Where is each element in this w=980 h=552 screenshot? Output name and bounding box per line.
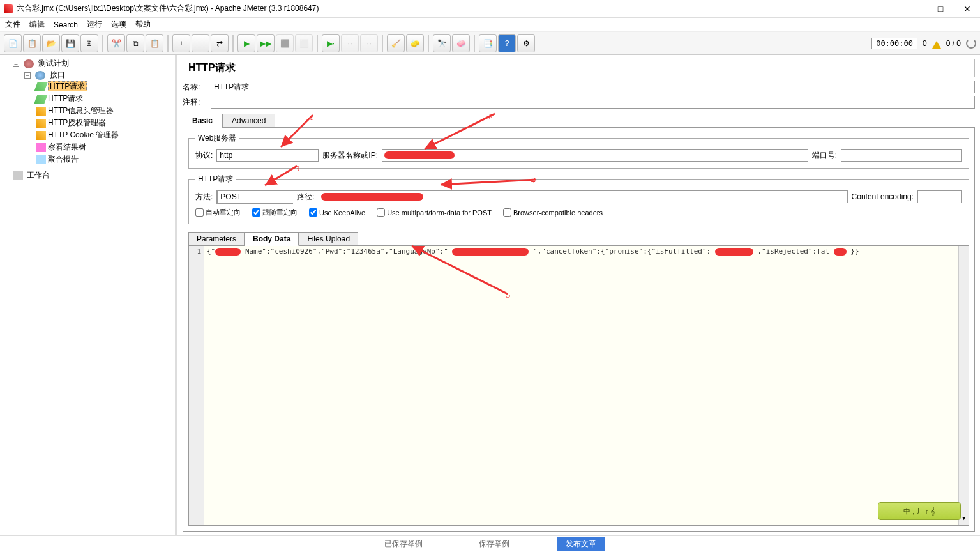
new-button[interactable]: 📄 [4, 34, 22, 52]
tree-node-http2[interactable]: HTTP请求 [48, 94, 83, 103]
saveas-button[interactable]: 🗎 [80, 34, 98, 52]
annotation-5: 5 [506, 290, 511, 300]
task-saved[interactable]: 已保存举例 [375, 537, 432, 551]
tree-toggle[interactable]: – [13, 61, 19, 67]
body-frag-a: Name":"ceshi0926","Pwd":"123465a","Langu… [245, 247, 448, 256]
tab-basic[interactable]: Basic [183, 114, 222, 128]
cb-browser-compat[interactable]: Browser-compatible headers [503, 208, 603, 217]
annotation-1: 1 [310, 112, 314, 123]
minimize-button[interactable]: — [905, 3, 923, 15]
copy-button[interactable]: ⧉ [126, 34, 144, 52]
tree-node-cookiemgr[interactable]: HTTP Cookie 管理器 [48, 130, 119, 139]
authmgr-icon [36, 119, 46, 128]
port-input[interactable] [841, 149, 962, 162]
menu-help[interactable]: 帮助 [135, 19, 151, 30]
clearall-button[interactable]: 🧽 [406, 34, 424, 52]
toolbar-divider [382, 35, 383, 52]
viewtree-icon [36, 143, 46, 152]
cb-multipart[interactable]: Use multipart/form-data for POST [377, 208, 492, 217]
refresh-icon[interactable] [966, 38, 976, 49]
threads-ratio: 0 / 0 [946, 39, 961, 48]
server-label: 服务器名称或IP: [322, 150, 378, 161]
menu-edit[interactable]: 编辑 [29, 19, 45, 30]
save-button[interactable]: 💾 [61, 34, 79, 52]
threadgroup-icon [35, 71, 45, 80]
body-editor[interactable]: 1 {" Name":"ceshi0926","Pwd":"123465a","… [188, 245, 969, 526]
method-label: 方法: [195, 192, 213, 203]
paste-button[interactable]: 📋 [146, 34, 163, 52]
toolbar-divider [474, 35, 475, 52]
panel-title: HTTP请求 [183, 59, 975, 77]
test-plan-tree[interactable]: – 测试计划 – 接口 HTTP请求 HTTP请求 HTTP信息头管理器 HTT… [0, 55, 177, 535]
annotation-4: 4 [531, 176, 536, 186]
subtab-parameters[interactable]: Parameters [188, 232, 245, 246]
remote-stop-button[interactable]: ·· [360, 34, 378, 52]
editor-scrollbar[interactable]: ▾ [958, 246, 969, 525]
tree-node-threadgroup[interactable]: 接口 [50, 70, 65, 79]
httprequest-legend: HTTP请求 [195, 174, 236, 185]
tree-node-http1[interactable]: HTTP请求 [48, 81, 87, 91]
summary-icon [36, 155, 46, 164]
menu-options[interactable]: 选项 [111, 19, 126, 30]
elapsed-timer: 00:00:00 [871, 38, 917, 49]
toolbar-divider [102, 35, 103, 52]
encoding-input[interactable] [917, 190, 962, 203]
gear-button[interactable]: ⚙ [517, 34, 535, 52]
name-label: 名称: [183, 82, 208, 93]
cut-button[interactable]: ✂️ [107, 34, 125, 52]
tab-advanced[interactable]: Advanced [222, 114, 275, 128]
help-button[interactable]: ? [498, 34, 516, 52]
clear-button[interactable]: 🧹 [387, 34, 405, 52]
maximize-button[interactable]: □ [931, 3, 949, 15]
collapse-button[interactable]: － [192, 34, 209, 52]
stop-button[interactable]: ⬛ [276, 34, 294, 52]
function-helper-button[interactable]: 📑 [479, 34, 497, 52]
protocol-input[interactable] [216, 149, 319, 162]
window-title: 六合彩.jmx (C:\Users\jltx1\Desktop\文案文件\六合彩… [17, 3, 319, 14]
tree-node-workbench[interactable]: 工作台 [27, 171, 50, 180]
start-button[interactable]: ▶ [237, 34, 255, 52]
menubar: 文件 编辑 Search 运行 选项 帮助 [0, 18, 980, 32]
remote-start-button[interactable]: ▶· [322, 34, 340, 52]
tree-node-headermgr[interactable]: HTTP信息头管理器 [48, 106, 114, 115]
templates-button[interactable]: 📋 [23, 34, 41, 52]
testplan-icon [24, 59, 34, 68]
tree-node-testplan[interactable]: 测试计划 [38, 59, 69, 68]
config-panel: HTTP请求 名称: 注释: Basic Advanced Web服务器 协议:… [177, 55, 980, 535]
task-publish[interactable]: 发布文章 [557, 537, 605, 551]
body-frag-c: ,"isRejected":fal [757, 247, 829, 256]
annotation-2: 2 [488, 112, 493, 122]
menu-run[interactable]: 运行 [87, 19, 102, 30]
ime-widget[interactable]: 中 ‚ 丿 ↑ 𝄞 [878, 502, 961, 520]
menu-file[interactable]: 文件 [5, 19, 20, 30]
tree-node-authmgr[interactable]: HTTP授权管理器 [48, 118, 106, 127]
httprequest-fieldset: HTTP请求 方法: 路径: Content encoding: [188, 174, 969, 224]
toggle-button[interactable]: ⇄ [211, 34, 229, 52]
search-button[interactable]: 🔭 [433, 34, 451, 52]
http-icon [34, 95, 47, 103]
comment-input[interactable] [211, 96, 975, 109]
subtab-bodydata[interactable]: Body Data [245, 232, 299, 246]
tree-toggle[interactable]: – [24, 72, 31, 79]
http-icon [34, 82, 47, 91]
line-number: 1 [197, 247, 201, 256]
expand-button[interactable]: ＋ [172, 34, 190, 52]
task-save[interactable]: 保存举例 [470, 537, 518, 551]
subtab-filesupload[interactable]: Files Upload [299, 232, 358, 246]
cb-followredirect[interactable]: 跟随重定向 [252, 208, 298, 217]
remote-startall-button[interactable]: ·· [341, 34, 359, 52]
shutdown-button[interactable]: ⬜ [295, 34, 313, 52]
method-select[interactable] [216, 190, 293, 204]
tree-node-summary[interactable]: 聚合报告 [48, 155, 79, 164]
cb-keepalive[interactable]: Use KeepAlive [309, 208, 365, 217]
protocol-label: 协议: [195, 150, 213, 161]
close-button[interactable]: ✕ [958, 3, 976, 15]
reset-search-button[interactable]: 🧼 [452, 34, 470, 52]
open-button[interactable]: 📂 [42, 34, 60, 52]
tree-node-viewresults[interactable]: 察看结果树 [48, 142, 86, 151]
name-input[interactable] [211, 80, 975, 93]
cb-autoredirect[interactable]: 自动重定向 [195, 208, 241, 217]
menu-search[interactable]: Search [54, 20, 78, 29]
window-titlebar: 六合彩.jmx (C:\Users\jltx1\Desktop\文案文件\六合彩… [0, 0, 980, 18]
start-notimers-button[interactable]: ▶▶ [257, 34, 275, 52]
